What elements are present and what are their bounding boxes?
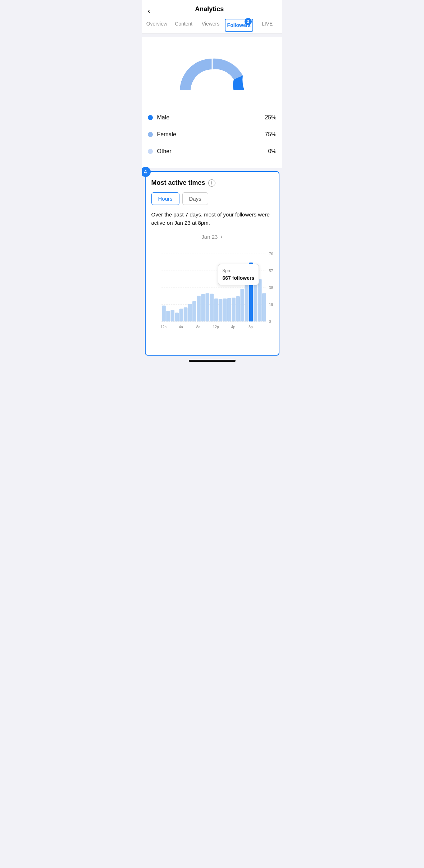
- svg-rect-13: [162, 306, 166, 321]
- toggle-buttons: Hours Days: [151, 192, 273, 205]
- svg-rect-33: [249, 262, 253, 321]
- svg-rect-32: [245, 278, 249, 321]
- svg-rect-18: [183, 307, 187, 321]
- tabs-container: Overview Content Viewers Followers 3 LIV…: [142, 17, 282, 33]
- svg-text:12a: 12a: [160, 325, 166, 329]
- svg-rect-21: [197, 296, 201, 321]
- donut-svg: [173, 44, 252, 102]
- svg-text:382: 382: [269, 286, 273, 290]
- svg-rect-15: [170, 310, 174, 321]
- other-value: 0%: [268, 148, 276, 155]
- svg-text:0: 0: [269, 320, 271, 324]
- svg-rect-24: [210, 294, 214, 321]
- info-icon[interactable]: i: [208, 179, 215, 187]
- svg-rect-35: [257, 279, 261, 321]
- svg-rect-16: [175, 313, 179, 322]
- svg-text:8a: 8a: [196, 325, 200, 329]
- male-label: Male: [157, 114, 170, 121]
- tab-overview[interactable]: Overview: [143, 17, 170, 33]
- svg-text:573: 573: [269, 269, 273, 273]
- svg-rect-31: [240, 289, 244, 321]
- svg-rect-2: [173, 90, 252, 102]
- svg-text:764: 764: [269, 252, 273, 256]
- svg-text:4a: 4a: [179, 325, 183, 329]
- tab-badge-followers: 3: [245, 18, 252, 25]
- header: ‹ Analytics: [142, 0, 282, 17]
- card-title-row: Most active times i: [151, 179, 273, 187]
- tab-viewers[interactable]: Viewers: [197, 17, 224, 33]
- svg-rect-25: [214, 298, 218, 321]
- svg-rect-28: [227, 298, 231, 321]
- svg-rect-30: [236, 296, 240, 321]
- legend-other: Other 0%: [148, 143, 277, 160]
- bar-chart-svg: 764 573 382 191 0 12a4a8a12p4p8p: [151, 244, 273, 345]
- svg-rect-29: [232, 298, 236, 321]
- legend-male: Male 25%: [148, 109, 277, 126]
- tab-content[interactable]: Content: [170, 17, 197, 33]
- svg-text:12p: 12p: [213, 325, 219, 329]
- tab-followers[interactable]: Followers 3: [225, 19, 253, 32]
- tab-live[interactable]: LIVE: [254, 17, 281, 33]
- back-button[interactable]: ‹: [148, 5, 153, 17]
- most-active-card: 4 Most active times i Hours Days Over th…: [145, 171, 279, 356]
- male-dot: [148, 115, 153, 120]
- svg-rect-14: [166, 311, 170, 321]
- svg-rect-36: [262, 293, 266, 321]
- female-dot: [148, 132, 153, 137]
- svg-rect-20: [192, 301, 196, 322]
- toggle-hours-button[interactable]: Hours: [151, 192, 179, 205]
- svg-rect-22: [201, 294, 205, 321]
- female-value: 75%: [265, 131, 276, 138]
- bar-chart-area: 764 573 382 191 0 12a4a8a12p4p8p 8pm 667…: [151, 244, 273, 346]
- female-label: Female: [157, 131, 176, 138]
- chart-nav: Jan 23 ›: [151, 233, 273, 240]
- chart-nav-date: Jan 23: [201, 234, 218, 240]
- svg-text:191: 191: [269, 303, 273, 307]
- active-description: Over the past 7 days, most of your follo…: [151, 211, 273, 227]
- toggle-days-button[interactable]: Days: [182, 192, 208, 205]
- other-label: Other: [157, 148, 172, 155]
- male-value: 25%: [265, 114, 276, 121]
- svg-rect-26: [218, 299, 222, 321]
- svg-rect-34: [253, 269, 257, 321]
- svg-text:8p: 8p: [249, 325, 253, 329]
- page-title: Analytics: [153, 5, 266, 17]
- other-dot: [148, 149, 153, 154]
- svg-rect-17: [179, 309, 183, 321]
- bottom-bar: [142, 356, 282, 369]
- gender-chart-card: Male 25% Female 75% Other 0%: [142, 37, 282, 168]
- svg-rect-23: [205, 293, 209, 321]
- most-active-title: Most active times: [151, 179, 205, 187]
- home-indicator: [189, 360, 236, 362]
- svg-rect-27: [223, 298, 227, 321]
- card-badge-4: 4: [142, 167, 151, 177]
- legend-female: Female 75%: [148, 126, 277, 143]
- svg-rect-19: [188, 304, 192, 321]
- chart-nav-chevron[interactable]: ›: [220, 233, 222, 240]
- svg-text:4p: 4p: [231, 325, 235, 329]
- donut-chart: [148, 44, 277, 102]
